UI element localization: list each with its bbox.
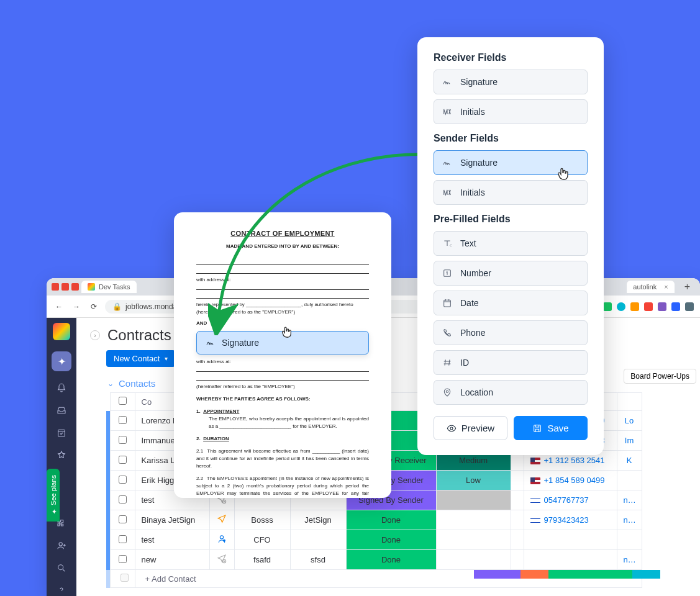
contact-name[interactable]: test (135, 530, 209, 550)
priority-cell[interactable] (436, 550, 511, 570)
save-button[interactable]: Save (514, 416, 588, 440)
title-cell[interactable]: CFO (234, 530, 290, 550)
group-name: Contacts (119, 378, 155, 389)
priority-cell[interactable]: Low (436, 471, 511, 490)
close-icon[interactable]: × (664, 283, 668, 291)
signature-icon (442, 157, 453, 168)
extension-icon[interactable] (644, 302, 653, 311)
row-checkbox[interactable] (110, 530, 135, 550)
new-contact-button[interactable]: New Contact (106, 350, 175, 367)
help-icon[interactable] (56, 585, 67, 596)
field-location[interactable]: Location (434, 380, 588, 405)
field-label: Date (460, 298, 479, 308)
link-cell[interactable] (617, 530, 642, 550)
svg-point-13 (446, 391, 448, 392)
field-initials[interactable]: Initials (434, 99, 588, 124)
field-id[interactable]: ID (434, 350, 588, 375)
field-label: Location (460, 387, 493, 397)
field-label: Signature (460, 158, 498, 168)
contact-name[interactable]: Binaya JetSign (135, 510, 209, 530)
tab-favicon[interactable] (52, 283, 59, 291)
priority-cell[interactable] (436, 510, 511, 530)
row-checkbox[interactable] (110, 411, 135, 431)
link-cell[interactable]: niro (617, 490, 642, 510)
extension-icon[interactable] (671, 302, 680, 311)
row-checkbox[interactable] (110, 431, 135, 451)
link-cell[interactable]: K (617, 451, 642, 471)
field-phone[interactable]: Phone (434, 320, 588, 345)
status-cell[interactable]: Done (346, 550, 436, 570)
bell-icon[interactable] (56, 382, 67, 394)
link-cell[interactable] (617, 471, 642, 490)
table-row[interactable]: Binaya JetSign Bosss JetSign Done 979342… (106, 510, 642, 530)
extension-icon[interactable] (617, 302, 625, 311)
signature-drop-target[interactable]: Signature (196, 331, 369, 354)
phone-cell[interactable] (524, 550, 617, 570)
row-checkbox[interactable] (110, 490, 135, 510)
workspace-icon[interactable]: ✦ (52, 351, 71, 371)
extension-icon[interactable] (603, 302, 612, 311)
row-checkbox[interactable] (110, 550, 135, 570)
status-icon[interactable] (209, 530, 234, 550)
extension-icon[interactable] (658, 302, 666, 311)
extension-icon[interactable] (630, 302, 639, 311)
title-cell[interactable]: fsafd (234, 550, 290, 570)
row-checkbox[interactable] (110, 510, 135, 530)
svg-point-14 (450, 427, 453, 430)
table-row[interactable]: test CFO Done (106, 530, 642, 550)
forward-icon[interactable]: → (70, 302, 83, 311)
company-cell[interactable] (290, 530, 346, 550)
phone-cell[interactable] (524, 530, 617, 550)
see-plans-button[interactable]: ✦ See plans (47, 469, 60, 522)
field-signature[interactable]: Signature (434, 70, 588, 94)
field-signature[interactable]: Signature (434, 150, 588, 175)
extension-icon[interactable] (685, 302, 694, 311)
table-row[interactable]: new fsafd sfsd Done niro+ (106, 550, 642, 570)
tab-favicon[interactable] (61, 283, 69, 291)
status-cell[interactable]: Done (346, 530, 436, 550)
field-text[interactable]: Text (434, 231, 588, 256)
tab-label: Dev Tasks (99, 283, 130, 291)
phone-cell[interactable]: 9793423423 (524, 510, 617, 530)
status-cell[interactable]: Done (346, 510, 436, 530)
calendar-icon[interactable] (56, 427, 67, 438)
new-tab-button[interactable]: + (680, 281, 695, 292)
field-label: Phone (460, 328, 485, 338)
star-icon[interactable] (56, 449, 67, 461)
inbox-icon[interactable] (56, 405, 67, 416)
board-powerups-button[interactable]: Board Power-Ups (624, 369, 696, 384)
initials-icon (442, 106, 453, 117)
field-label: Initials (460, 107, 485, 117)
browser-tab[interactable]: Dev Tasks (81, 281, 137, 293)
svg-rect-15 (534, 425, 541, 431)
status-icon[interactable] (209, 550, 234, 570)
field-initials[interactable]: Initials (434, 180, 588, 205)
link-cell[interactable]: Lo (617, 411, 642, 431)
link-cell[interactable]: niro+ (617, 550, 642, 570)
field-number[interactable]: Number (434, 261, 588, 286)
preview-button[interactable]: Preview (434, 416, 507, 440)
search-icon[interactable] (56, 562, 67, 574)
row-checkbox[interactable] (110, 471, 135, 490)
link-cell[interactable]: Im (617, 431, 642, 451)
collapse-handle[interactable]: › (90, 330, 100, 340)
select-all-checkbox[interactable] (110, 393, 135, 411)
reload-icon[interactable]: ⟳ (88, 302, 100, 311)
tab-favicon[interactable] (71, 283, 79, 291)
title-cell[interactable]: Bosss (234, 510, 290, 530)
status-icon[interactable] (209, 510, 234, 530)
link-cell[interactable]: niro+ (617, 510, 642, 530)
field-date[interactable]: Date (434, 291, 588, 315)
company-cell[interactable]: sfsd (290, 550, 346, 570)
back-icon[interactable]: ← (53, 302, 65, 311)
phone-cell[interactable]: 0547767737 (524, 490, 617, 510)
browser-tab[interactable]: autolink × (627, 281, 674, 293)
company-cell[interactable]: JetSign (290, 510, 346, 530)
contact-name[interactable]: new (135, 550, 209, 570)
phone-cell[interactable]: +1 854 589 0499 (524, 471, 617, 490)
invite-icon[interactable] (56, 540, 67, 551)
priority-cell[interactable] (436, 530, 511, 550)
row-checkbox[interactable] (110, 451, 135, 471)
monday-logo[interactable] (53, 323, 70, 340)
priority-cell[interactable] (436, 490, 511, 510)
